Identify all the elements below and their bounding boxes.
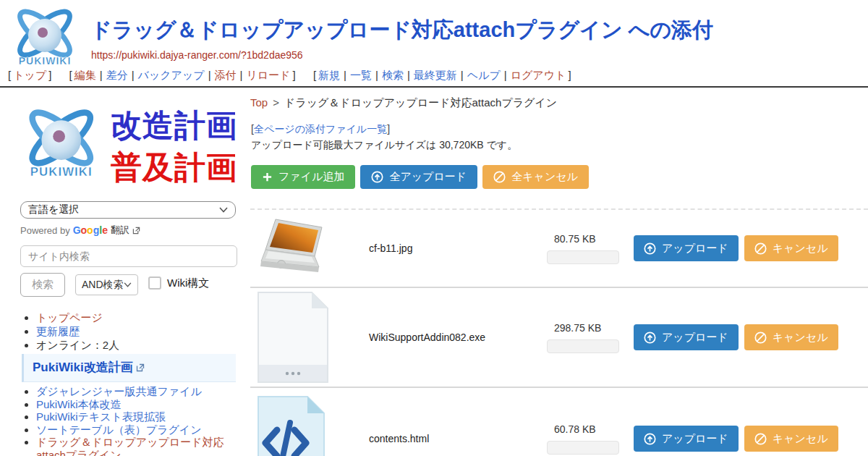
ban-circle-icon xyxy=(754,332,767,344)
upload-button[interactable]: アップロード xyxy=(634,426,739,452)
nav-item-new[interactable]: 新規 xyxy=(318,69,340,81)
bracket: ] xyxy=(387,123,390,135)
bracket: ] xyxy=(48,69,51,81)
breadcrumb-home-link[interactable]: Top xyxy=(250,96,268,109)
row-actions: アップロード キャンセル xyxy=(634,235,838,261)
separator: | xyxy=(375,69,378,81)
upload-all-button[interactable]: 全アップロード xyxy=(360,165,477,189)
file-meta-cell: 80.75 KB xyxy=(547,233,626,264)
separator: | xyxy=(461,69,464,81)
nav-item-edit[interactable]: 編集 xyxy=(75,69,96,81)
upload-action-bar: ファイル追加 全アップロード 全キャンセル xyxy=(251,165,589,189)
and-search-select[interactable]: AND検索 xyxy=(75,274,138,295)
nav-item-help[interactable]: ヘルプ xyxy=(467,69,501,81)
list-item: PukiWikiテキスト表現拡張 xyxy=(36,410,237,423)
upload-circle-icon xyxy=(644,433,656,445)
pukiwiki-kaizou-section: PukiWiki改造計画 xyxy=(22,354,236,382)
list-item: オンライン：2人 xyxy=(36,338,119,352)
row-actions: アップロード キャンセル xyxy=(634,426,838,452)
bracket: [ xyxy=(69,69,72,81)
online-users-count: オンライン：2人 xyxy=(36,339,119,351)
language-select-value: 言語を選択 xyxy=(28,203,79,216)
upload-button[interactable]: アップロード xyxy=(634,235,739,261)
html-code-file-icon xyxy=(257,395,326,456)
external-link-icon xyxy=(132,227,140,235)
file-row: WikiSupportAddin082.exe 298.75 KB アップロード… xyxy=(250,288,868,388)
pukiwiki-kaizou-link[interactable]: PukiWiki改造計画 xyxy=(33,359,145,376)
sidebar-item-sort-table[interactable]: ソートテーブル（表）プラグイン xyxy=(36,423,202,436)
sidebar-plugin-links: ダジャレンジャー版共通ファイル PukiWiki本体改造 PukiWikiテキス… xyxy=(22,385,237,456)
laptop-photo-thumbnail xyxy=(257,216,329,280)
add-files-button[interactable]: ファイル追加 xyxy=(251,165,355,189)
upload-circle-icon xyxy=(371,171,383,183)
sidebar-item-text-ext[interactable]: PukiWikiテキスト表現拡張 xyxy=(36,410,166,423)
sidebar-item-top-page[interactable]: トップページ xyxy=(36,311,103,324)
upload-button[interactable]: アップロード xyxy=(634,324,739,350)
translate-label[interactable]: 翻訳 xyxy=(111,224,129,237)
nav-item-search[interactable]: 検索 xyxy=(382,69,404,81)
cancel-label: キャンセル xyxy=(773,432,828,446)
file-meta-cell: 60.78 KB xyxy=(547,423,626,455)
upload-circle-icon xyxy=(644,332,656,344)
search-button[interactable]: 検索 xyxy=(20,273,65,297)
separator: | xyxy=(132,69,135,81)
nav-item-logout[interactable]: ログアウト xyxy=(511,69,566,81)
pukiwiki-logo[interactable]: PUKIWIKI xyxy=(9,4,81,72)
cancel-all-button[interactable]: 全キャンセル xyxy=(482,165,589,189)
bracket: [ xyxy=(8,69,11,81)
cancel-all-label: 全キャンセル xyxy=(511,170,578,184)
file-size: 60.78 KB xyxy=(547,423,626,435)
ban-circle-icon xyxy=(754,242,767,255)
page-url[interactable]: https://pukiwiki.dajya-ranger.com/?1bd2d… xyxy=(91,49,303,61)
language-select[interactable]: 言語を選択 xyxy=(20,201,236,219)
chevron-down-icon xyxy=(124,282,132,287)
external-link-icon xyxy=(136,363,145,372)
bracket: ] xyxy=(293,69,296,81)
separator: | xyxy=(407,69,410,81)
main-content: Top>ドラッグ＆ドロップアップロード対応attachプラグイン [全ページの添… xyxy=(244,88,868,456)
nav-item-backup[interactable]: バックアップ xyxy=(138,69,205,81)
row-actions: アップロード キャンセル xyxy=(634,324,838,350)
cancel-button[interactable]: キャンセル xyxy=(744,324,838,350)
file-drop-area[interactable]: cf-b11.jpg 80.75 KB アップロード キャンセル xyxy=(250,208,868,456)
sidebar-banner[interactable]: PUKIWIKI 改造計画 普及計画 xyxy=(18,100,235,191)
upload-label: アップロード xyxy=(662,242,728,256)
wiki-syntax-checkbox[interactable] xyxy=(148,276,161,290)
powered-by-text: Powered by xyxy=(20,225,70,236)
nav-item-list[interactable]: 一覧 xyxy=(350,69,372,81)
nav-group-top: [トップ] xyxy=(6,69,54,81)
sidebar-item-update-history[interactable]: 更新履歴 xyxy=(36,325,80,337)
list-item: ダジャレンジャー版共通ファイル xyxy=(36,385,237,398)
upload-all-label: 全アップロード xyxy=(389,170,467,184)
nav-item-diff[interactable]: 差分 xyxy=(106,69,128,81)
page-title: ドラッグ＆ドロップアップロード対応attachプラグイン への添付 xyxy=(90,16,713,45)
file-size: 298.75 KB xyxy=(547,322,626,334)
file-meta-cell: 298.75 KB xyxy=(547,322,626,353)
nav-item-recent[interactable]: 最終更新 xyxy=(414,69,457,81)
cancel-button[interactable]: キャンセル xyxy=(744,426,838,452)
nav-item-attach[interactable]: 添付 xyxy=(215,69,237,81)
bracket: ] xyxy=(568,69,571,81)
cancel-button[interactable]: キャンセル xyxy=(744,235,838,261)
nav-item-top[interactable]: トップ xyxy=(13,69,46,81)
all-pages-attach-list-link[interactable]: 全ページの添付ファイル一覧 xyxy=(254,123,387,135)
attach-file-list-line: [全ページの添付ファイル一覧] xyxy=(251,123,390,136)
cancel-label: キャンセル xyxy=(773,242,828,256)
plus-icon xyxy=(262,172,273,182)
separator: | xyxy=(504,69,507,81)
upload-progress-bar xyxy=(547,339,619,353)
list-item: トップページ xyxy=(36,311,119,324)
upload-label: アップロード xyxy=(662,331,728,345)
add-files-label: ファイル追加 xyxy=(278,170,344,184)
separator: | xyxy=(100,69,103,81)
sidebar-item-core-mod[interactable]: PukiWiki本体改造 xyxy=(36,398,122,410)
file-size: 80.75 KB xyxy=(547,233,626,245)
max-upload-size-text: アップロード可能最大ファイルサイズは 30,720KB です。 xyxy=(251,139,517,152)
sidebar-item-dnd-attach[interactable]: ドラッグ＆ドロップアップロード対応attachプラグイン xyxy=(36,436,224,456)
cancel-label: キャンセル xyxy=(773,331,828,345)
separator: | xyxy=(208,69,211,81)
sidebar-item-common-files[interactable]: ダジャレンジャー版共通ファイル xyxy=(36,385,202,397)
nav-item-reload[interactable]: リロード xyxy=(246,69,290,81)
file-name: contents.html xyxy=(362,433,547,444)
site-search-input[interactable] xyxy=(20,245,237,267)
